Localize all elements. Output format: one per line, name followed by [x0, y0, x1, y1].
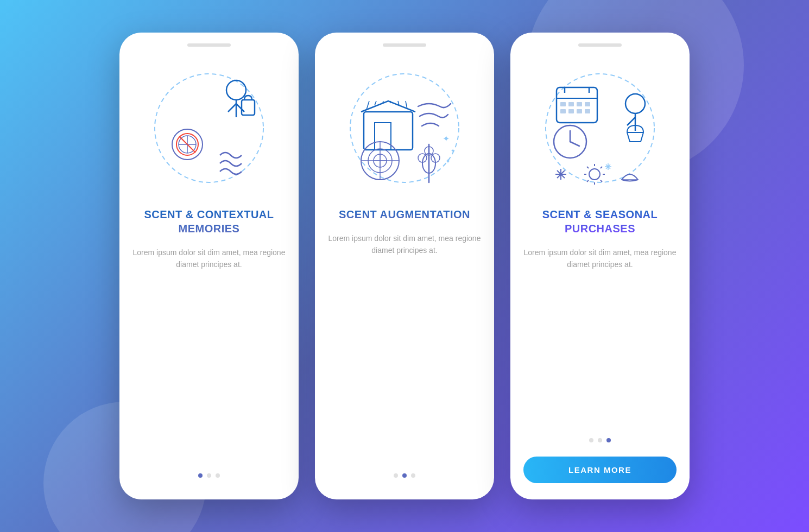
svg-line-17 [383, 101, 383, 103]
learn-more-button[interactable]: LEARN MORE [523, 457, 677, 483]
svg-line-67 [601, 167, 602, 168]
phone-card-3: SCENT & SEASONAL PURCHASES Lorem ipsum d… [510, 33, 690, 499]
dot-1-3 [216, 473, 220, 478]
svg-rect-46 [568, 109, 574, 113]
phone-3-title: SCENT & SEASONAL PURCHASES [523, 207, 677, 236]
phones-container: SCENT & CONTEXTUAL MEMORIES Lorem ipsum … [119, 33, 690, 499]
svg-text:✦: ✦ [443, 134, 450, 143]
illustration-2: ✦ ✦ ✦ [334, 58, 475, 199]
svg-rect-45 [560, 109, 566, 113]
phone-2-title: SCENT AUGMENTATION [339, 207, 470, 221]
svg-line-4 [236, 104, 244, 112]
svg-rect-5 [242, 100, 255, 115]
dot-3-1 [589, 438, 593, 442]
illustration-3 [529, 58, 671, 199]
phone-notch-2 [383, 43, 426, 47]
phone-3-body: Lorem ipsum dolor sit dim amet, mea regi… [523, 246, 677, 271]
dot-3-3 [606, 438, 611, 442]
svg-text:✦: ✦ [451, 148, 455, 154]
svg-line-16 [375, 101, 376, 105]
svg-line-51 [570, 142, 579, 146]
svg-point-12 [350, 74, 459, 182]
svg-rect-42 [568, 102, 574, 106]
dot-3-2 [598, 438, 602, 442]
svg-line-65 [587, 167, 589, 168]
svg-point-1 [226, 80, 246, 100]
phone-2-body: Lorem ipsum dolor sit dim amet, mea regi… [328, 232, 481, 257]
svg-line-18 [390, 101, 391, 103]
svg-rect-44 [585, 102, 590, 106]
svg-line-68 [587, 180, 589, 182]
dot-2-2 [402, 473, 407, 478]
svg-rect-43 [577, 102, 582, 106]
svg-line-3 [228, 104, 236, 112]
dot-1-1 [198, 473, 203, 478]
dot-2-3 [411, 473, 415, 478]
svg-point-0 [155, 74, 263, 182]
phone-notch-1 [187, 43, 231, 47]
illustration-1 [138, 58, 280, 199]
phone-3-dots [589, 438, 611, 442]
svg-rect-47 [577, 109, 582, 113]
svg-rect-48 [585, 109, 590, 113]
phone-notch-3 [578, 43, 622, 47]
phone-1-dots [198, 473, 220, 478]
phone-2-dots [394, 473, 415, 478]
dot-2-1 [394, 473, 398, 478]
dot-1-2 [207, 473, 211, 478]
svg-line-66 [601, 180, 602, 182]
phone-card-2: ✦ ✦ ✦ SCENT AUGMENTATION Lorem ipsum dol… [315, 33, 494, 499]
phone-1-body: Lorem ipsum dolor sit dim amet, mea regi… [132, 246, 286, 271]
svg-point-60 [589, 169, 600, 180]
phone-1-title: SCENT & CONTEXTUAL MEMORIES [132, 207, 286, 236]
svg-text:✦: ✦ [445, 157, 451, 165]
svg-rect-14 [375, 123, 391, 150]
svg-point-52 [625, 94, 645, 113]
svg-rect-41 [560, 102, 566, 106]
phone-card-1: SCENT & CONTEXTUAL MEMORIES Lorem ipsum … [119, 33, 299, 499]
svg-line-54 [627, 117, 635, 125]
